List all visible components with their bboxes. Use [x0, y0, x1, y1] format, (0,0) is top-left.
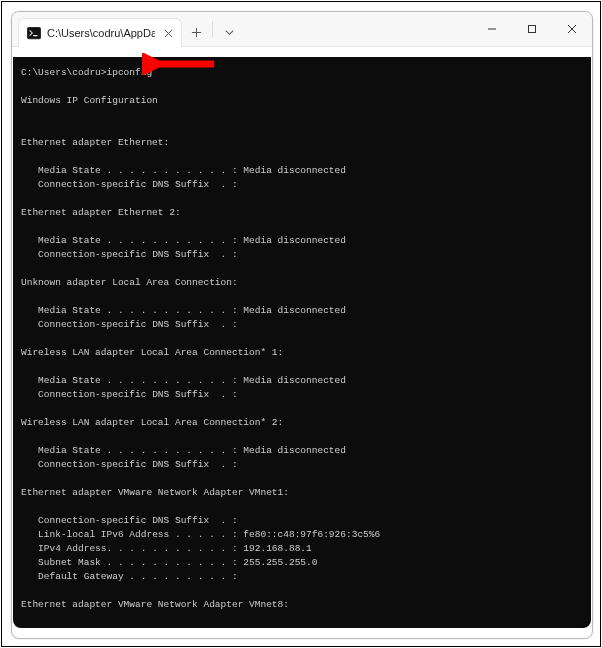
terminal-output[interactable]: C:\Users\codru>ipconfig Windows IP Confi… [13, 57, 591, 628]
tab-close-button[interactable] [161, 26, 175, 40]
media-state: Media disconnected [243, 445, 346, 456]
adapter-title: Ethernet adapter VMware Network Adapter … [21, 487, 289, 498]
titlebar: C:\Users\codru\AppData\Roa [12, 12, 592, 46]
media-state: Media disconnected [243, 305, 346, 316]
link-local-ipv6: fe80::c48:97f6:926:3c5%6 [243, 529, 380, 540]
minimize-button[interactable] [472, 14, 512, 44]
tab-divider [212, 21, 213, 37]
media-state: Media disconnected [243, 375, 346, 386]
ipv4-address: 192.168.88.1 [243, 543, 311, 554]
svg-rect-1 [28, 28, 40, 39]
subnet-mask: 255.255.255.0 [243, 557, 317, 568]
maximize-button[interactable] [512, 14, 552, 44]
adapter-title: Unknown adapter Local Area Connection: [21, 277, 238, 288]
terminal-window: C:\Users\codru\AppData\Roa [11, 11, 593, 639]
adapter-title: Ethernet adapter Ethernet 2: [21, 207, 181, 218]
tab-dropdown-button[interactable] [215, 18, 243, 46]
adapter-title: Wireless LAN adapter Local Area Connecti… [21, 417, 283, 428]
active-tab[interactable]: C:\Users\codru\AppData\Roa [18, 18, 182, 47]
prompt-path: C:\Users\codru> [21, 67, 107, 78]
close-button[interactable] [552, 14, 592, 44]
media-state: Media disconnected [243, 165, 346, 176]
titlebar-drag-area[interactable] [243, 12, 472, 46]
annotation-arrow-icon [142, 53, 216, 75]
ipconfig-heading: Windows IP Configuration [21, 95, 158, 106]
media-state: Media disconnected [243, 235, 346, 246]
new-tab-button[interactable] [182, 18, 210, 46]
adapter-title: Wireless LAN adapter Local Area Connecti… [21, 347, 283, 358]
tab-title: C:\Users\codru\AppData\Roa [47, 27, 155, 39]
adapter-title: Ethernet adapter VMware Network Adapter … [21, 599, 289, 610]
command-prompt-icon [27, 26, 41, 40]
svg-rect-4 [529, 26, 536, 33]
adapter-title: Ethernet adapter Ethernet: [21, 137, 169, 148]
